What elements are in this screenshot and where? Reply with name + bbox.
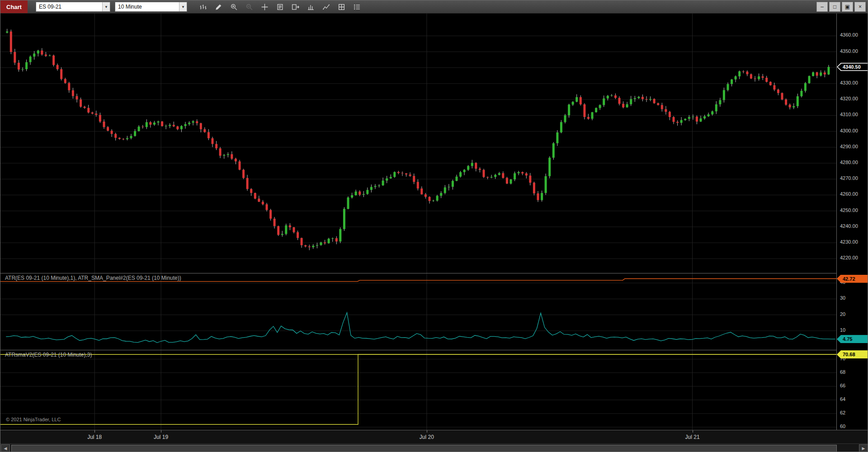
y-axis-tick-label: 64 bbox=[840, 396, 845, 402]
drawing-tools-icon bbox=[215, 3, 222, 11]
minimize-button[interactable]: – bbox=[816, 2, 828, 12]
panel-splitter[interactable] bbox=[0, 273, 868, 273]
data-box-icon bbox=[276, 3, 284, 11]
bar-type-icon bbox=[199, 3, 207, 11]
scroll-right-button[interactable]: ▶ bbox=[859, 444, 868, 452]
y-axis-tick-label: 62 bbox=[840, 410, 845, 415]
y-axis-tick-label: 4230.00 bbox=[840, 239, 858, 245]
strategies-icon bbox=[338, 3, 345, 11]
y-axis-tick-label: 4320.00 bbox=[840, 96, 858, 101]
axis-value-marker: 4.75 bbox=[837, 335, 868, 343]
draw-line-icon bbox=[322, 3, 330, 11]
drawing-tools-button[interactable] bbox=[212, 2, 225, 12]
y-axis-tick-label: 68 bbox=[840, 369, 845, 375]
y-axis-tick-label: 4290.00 bbox=[840, 144, 858, 149]
atrsma-panel-label: ATRsmaV2(ES 09-21 (10 Minute),3) bbox=[5, 352, 92, 358]
time-axis-label: Jul 20 bbox=[409, 434, 445, 440]
draw-line-button[interactable] bbox=[320, 2, 332, 12]
time-axis-tickmark bbox=[427, 430, 427, 433]
time-axis-tickmark bbox=[161, 430, 161, 433]
interval-select[interactable]: 10 Minute ▼ bbox=[115, 2, 187, 12]
y-axis-tick-label: 4220.00 bbox=[840, 255, 858, 260]
y-axis-tick-label: 60 bbox=[840, 424, 845, 429]
y-axis-tick-label: 20 bbox=[840, 311, 845, 317]
y-axis-tick-label: 4300.00 bbox=[840, 128, 858, 133]
zoom-in-icon bbox=[230, 3, 238, 11]
price-panel-chart[interactable] bbox=[0, 14, 836, 273]
restore-button[interactable]: ▣ bbox=[842, 2, 853, 12]
time-axis-label: Jul 18 bbox=[76, 434, 113, 440]
instrument-select[interactable]: ES 09-21 ▼ bbox=[36, 2, 110, 12]
maximize-button[interactable]: □ bbox=[829, 2, 840, 12]
y-axis-tick-label: 4250.00 bbox=[840, 207, 858, 213]
crosshair-icon bbox=[261, 3, 269, 11]
chevron-down-icon: ▼ bbox=[102, 2, 110, 11]
window-tab-chart[interactable]: Chart bbox=[0, 0, 28, 13]
y-axis-tick-label: 30 bbox=[840, 295, 845, 301]
chevron-down-icon: ▼ bbox=[179, 2, 187, 11]
axis-value-marker: 70.68 bbox=[837, 350, 868, 358]
close-button[interactable]: × bbox=[854, 2, 866, 12]
indicators-button[interactable] bbox=[305, 2, 317, 12]
time-axis-tickmark bbox=[693, 430, 693, 433]
price-axis[interactable]: 4360.004350.004340.004330.004320.004310.… bbox=[836, 14, 868, 430]
atr-panel-chart[interactable] bbox=[0, 273, 836, 350]
y-axis-tick-label: 10 bbox=[840, 327, 845, 333]
properties-button[interactable] bbox=[351, 2, 363, 12]
time-axis-label: Jul 21 bbox=[675, 434, 711, 440]
window-controls: –□▣× bbox=[816, 2, 866, 12]
strategies-button[interactable] bbox=[335, 2, 348, 12]
indicators-icon bbox=[307, 3, 315, 11]
panel-splitter[interactable] bbox=[0, 350, 868, 350]
y-axis-tick-label: 4260.00 bbox=[840, 191, 858, 197]
chart-window: Chart ES 09-21 ▼ 10 Minute ▼ –□▣× ATR(ES… bbox=[0, 0, 868, 452]
axis-value-marker: 42.72 bbox=[837, 275, 868, 283]
data-box-button[interactable] bbox=[274, 2, 286, 12]
scroll-left-button[interactable]: ◀ bbox=[1, 444, 10, 452]
atr-panel-label: ATR(ES 09-21 (10 Minute),1), ATR_SMA_Pan… bbox=[5, 275, 181, 281]
y-axis-tick-label: 4270.00 bbox=[840, 175, 858, 181]
interval-value: 10 Minute bbox=[115, 4, 179, 10]
y-axis-tick-label: 4310.00 bbox=[840, 112, 858, 117]
chart-trader-icon bbox=[292, 3, 299, 11]
zoom-in-button[interactable] bbox=[228, 2, 240, 12]
y-axis-tick-label: 4360.00 bbox=[840, 32, 858, 38]
crosshair-button[interactable] bbox=[259, 2, 271, 12]
properties-icon bbox=[353, 3, 361, 11]
atrsma-panel-chart[interactable] bbox=[0, 350, 836, 430]
scrollbar-thumb[interactable] bbox=[11, 445, 837, 452]
zoom-out-icon bbox=[245, 3, 253, 11]
toolbar-icons bbox=[197, 2, 363, 12]
y-axis-tick-label: 4280.00 bbox=[840, 160, 858, 165]
time-axis-label: Jul 19 bbox=[143, 434, 179, 440]
toolbar: Chart ES 09-21 ▼ 10 Minute ▼ –□▣× bbox=[0, 0, 868, 14]
axis-value-marker: 4340.50 bbox=[837, 63, 868, 71]
instrument-value: ES 09-21 bbox=[36, 4, 102, 10]
chart-trader-button[interactable] bbox=[289, 2, 302, 12]
time-axis[interactable]: Jul 18Jul 19Jul 20Jul 21 bbox=[0, 430, 868, 443]
copyright-text: © 2021 NinjaTrader, LLC bbox=[6, 417, 61, 422]
horizontal-scrollbar[interactable]: ◀ ▶ bbox=[0, 443, 868, 452]
y-axis-tick-label: 4240.00 bbox=[840, 223, 858, 229]
zoom-out-button[interactable] bbox=[243, 2, 255, 12]
y-axis-tick-label: 4330.00 bbox=[840, 80, 858, 85]
time-axis-tickmark bbox=[94, 430, 95, 433]
bar-type-button[interactable] bbox=[197, 2, 209, 12]
y-axis-tick-label: 66 bbox=[840, 383, 845, 388]
y-axis-tick-label: 4350.00 bbox=[840, 48, 858, 54]
